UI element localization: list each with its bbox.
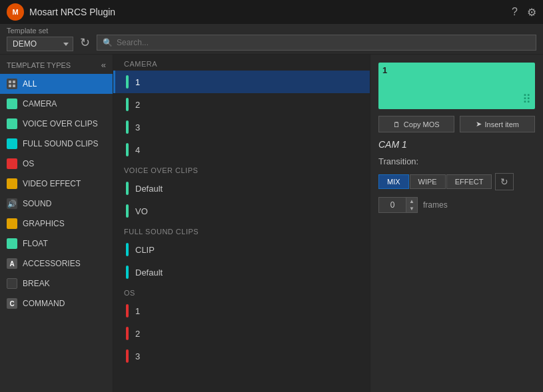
template-set-wrapper: Template set DEMO [7,24,73,54]
transition-tab-wipe[interactable]: WIPE [410,174,446,189]
color-bar [126,327,129,340]
os-icon [7,158,17,169]
sound-icon: 🔊 [7,198,17,209]
title-left: M Mosart NRCS Plugin [7,3,115,21]
color-bar [126,182,129,195]
sidebar-item-label: CAMERA [23,99,57,108]
template-item-label: 2 [135,329,140,339]
transition-refresh-button[interactable]: ↻ [495,173,514,190]
sidebar-collapse-icon[interactable]: « [101,60,106,70]
sidebar-item-graphics[interactable]: GRAPHICS [0,214,113,234]
svg-rect-3 [13,81,15,83]
frames-input[interactable] [379,198,406,212]
full-sound-icon [7,138,17,149]
template-item-label: 3 [135,122,140,132]
video-effect-icon [7,178,17,189]
svg-text:M: M [12,8,18,16]
settings-icon[interactable]: ⚙ [527,6,536,19]
sidebar-item-camera[interactable]: CAMERA [0,94,113,114]
template-item-camera-3[interactable]: 3 [113,116,370,138]
color-bar [126,266,129,279]
template-item-label: CLIP [135,245,155,255]
template-item-vo-vo[interactable]: VO [113,200,370,222]
template-item-label: Default [135,268,163,278]
template-item-label: 4 [135,145,140,155]
template-item-vo-default[interactable]: Default [113,177,370,200]
insert-icon: ➤ [476,120,482,128]
frames-decrement-button[interactable]: ▼ [406,205,417,212]
search-input[interactable] [117,38,530,47]
frames-row: ▲ ▼ frames [378,197,535,213]
sidebar-title: Template Types [7,61,71,69]
template-item-os-3[interactable]: 3 [113,345,370,367]
frames-label: frames [423,200,448,210]
sidebar-item-all[interactable]: ALL [0,74,113,94]
sidebar-item-os[interactable]: OS [0,154,113,174]
color-bar [126,243,129,256]
app-title: Mosart NRCS Plugin [29,7,115,17]
refresh-button[interactable]: ↻ [80,35,90,50]
sidebar-item-label: VOICE OVER CLIPS [23,119,98,128]
insert-item-button[interactable]: ➤ Insert item [460,116,536,132]
color-bar [126,349,129,363]
sidebar-item-command[interactable]: C COMMAND [0,294,113,313]
sidebar-item-label: OS [23,159,34,168]
template-item-label: 2 [135,100,140,110]
break-icon [7,278,17,289]
copy-mos-button[interactable]: 🗒 Copy MOS [378,116,454,132]
insert-item-label: Insert item [485,120,519,128]
template-item-fsc-default[interactable]: Default [113,261,370,284]
template-item-camera-4[interactable]: 4 [113,138,370,161]
frames-increment-button[interactable]: ▲ [406,198,417,205]
template-item-camera-2[interactable]: 2 [113,93,370,116]
svg-rect-5 [13,85,15,87]
sidebar-item-label: FLOAT [23,239,48,248]
sidebar-item-label: COMMAND [23,299,65,308]
template-set-select[interactable]: DEMO [7,37,73,51]
sidebar-item-full-sound-clips[interactable]: FULL SOUND CLIPS [0,134,113,154]
template-item-label: Default [135,184,163,194]
svg-rect-4 [9,85,11,87]
right-panel: 1 ⠿ 🗒 Copy MOS ➤ Insert item CAM 1 Trans… [370,55,543,392]
float-icon [7,238,17,249]
sidebar-item-sound[interactable]: 🔊 SOUND [0,194,113,214]
all-icon [7,79,17,89]
copy-mos-label: Copy MOS [404,120,440,128]
main-layout: Template Types « ALL CAMERA VOICE OVER C… [0,55,543,392]
frames-stepper: ▲ ▼ [406,198,417,212]
transition-tab-mix[interactable]: MIX [378,174,409,189]
search-wrapper: 🔍 [97,35,536,51]
template-item-label: VO [135,206,148,216]
color-bar [126,204,129,218]
preview-grid-icon: ⠿ [522,92,531,106]
search-icon: 🔍 [103,38,113,47]
camera-icon [7,98,17,109]
sidebar-item-label: VIDEO EFFECT [23,179,81,188]
template-set-label: Template set [7,27,73,35]
sidebar-item-float[interactable]: FLOAT [0,234,113,254]
title-icons: ? ⚙ [512,6,536,19]
template-item-fsc-clip[interactable]: CLIP [113,238,370,261]
template-item-label: 3 [135,351,140,361]
voice-over-icon [7,118,17,129]
sidebar-item-break[interactable]: BREAK [0,274,113,294]
sidebar-item-accessories[interactable]: A ACCESSORIES [0,254,113,274]
color-bar [126,304,129,317]
sidebar-item-label: ACCESSORIES [23,259,81,268]
section-header-camera: CAMERA [113,55,370,71]
sidebar-item-voice-over-clips[interactable]: VOICE OVER CLIPS [0,114,113,134]
template-item-os-2[interactable]: 2 [113,322,370,345]
svg-rect-2 [9,81,11,83]
copy-icon: 🗒 [393,120,400,128]
sidebar-item-label: ALL [23,79,37,89]
section-header-os: OS [113,284,370,299]
template-item-camera-1[interactable]: 1 [113,71,370,93]
transition-tab-effect[interactable]: EFFECT [446,174,492,189]
transition-tabs: MIX WIPE EFFECT ↻ [378,173,535,190]
help-icon[interactable]: ? [512,6,518,18]
sidebar-item-video-effect[interactable]: VIDEO EFFECT [0,174,113,194]
preview-box: 1 ⠿ [378,63,535,109]
accessories-icon: A [7,258,17,269]
app-logo: M [7,3,24,21]
template-item-os-1[interactable]: 1 [113,299,370,322]
